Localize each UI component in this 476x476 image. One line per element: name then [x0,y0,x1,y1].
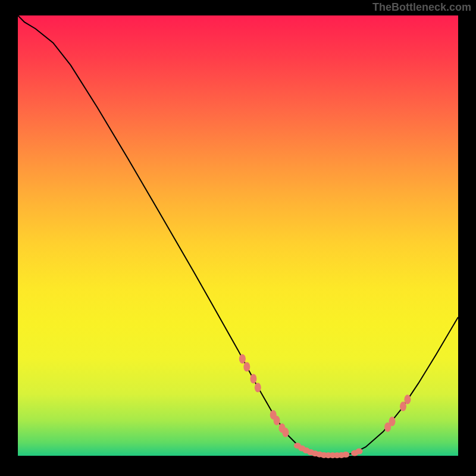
chart-svg [18,15,458,456]
data-point-marker [250,374,256,384]
data-point-marker [400,402,406,411]
data-markers [239,354,411,458]
data-point-marker [342,452,349,458]
data-point-marker [274,416,280,425]
plot-area [18,15,458,456]
data-point-marker [404,394,411,404]
data-point-marker [239,354,246,364]
bottleneck-curve [18,15,458,456]
chart-container: TheBottleneck.com [0,0,476,476]
data-point-marker [389,416,396,426]
data-point-marker [356,449,363,455]
data-point-marker [255,383,261,392]
data-point-marker [282,428,289,437]
attribution-text: TheBottleneck.com [372,1,471,14]
data-point-marker [243,362,250,372]
